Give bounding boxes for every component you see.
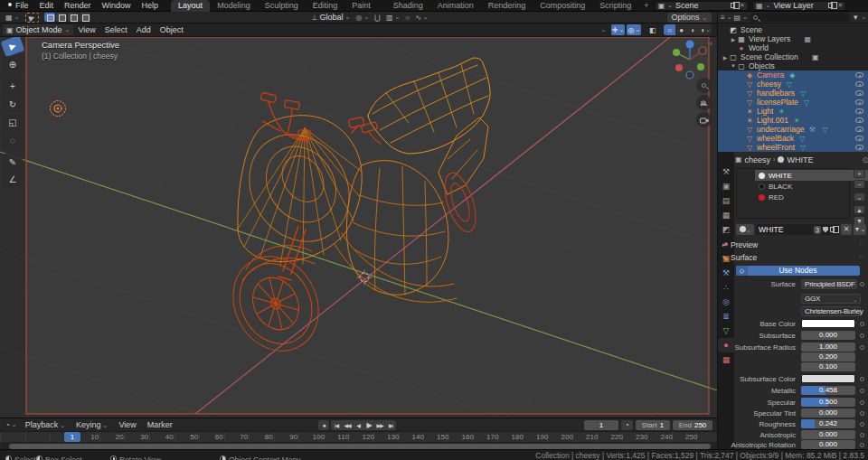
tab-shading[interactable]: Shading xyxy=(386,0,430,12)
outliner-item-label[interactable]: licensePlate xyxy=(757,98,798,107)
outliner-row-light-001[interactable]: ☀Light.001☀ xyxy=(718,116,868,125)
animate-decorator-dot[interactable] xyxy=(860,345,864,350)
preview-arrow-icon[interactable]: ▸ xyxy=(722,241,726,249)
viewport-3d[interactable]: ▣ Object Mode⌄ ViewSelectAddObject ⌄ ✛⌄ … xyxy=(0,23,717,418)
animate-decorator-dot[interactable] xyxy=(860,322,864,326)
surface-arrow-icon[interactable]: ▾ xyxy=(722,254,726,261)
snap-toggle[interactable]: ⋃ xyxy=(372,13,383,23)
close-icon[interactable]: ✕ xyxy=(740,2,745,9)
outliner-row-undercarriage[interactable]: ▽undercarriage⚒▽ xyxy=(718,125,868,134)
panel-surface[interactable]: Surface xyxy=(731,253,757,262)
object-visibility-dropdown[interactable]: ⌄ xyxy=(598,24,609,35)
tab-texture-paint[interactable]: Texture Paint xyxy=(344,0,386,12)
hide-eye-icon[interactable] xyxy=(855,117,863,123)
menu-file[interactable]: File xyxy=(10,0,34,12)
remove-slot-button[interactable]: − xyxy=(854,180,865,189)
viewport-menu-add[interactable]: Add xyxy=(132,25,156,34)
outliner-item-label[interactable]: handlebars xyxy=(757,89,795,98)
animate-decorator-dot[interactable] xyxy=(860,443,864,447)
xray-icon[interactable]: ◧ xyxy=(646,24,658,35)
outliner-item-label[interactable]: Light xyxy=(757,107,773,116)
use-nodes-button[interactable]: ◇ Use Nodes xyxy=(736,266,860,276)
outliner-item-label[interactable]: View Layers xyxy=(749,34,790,43)
viewport-menu-view[interactable]: View xyxy=(73,25,99,34)
new-material-icon[interactable] xyxy=(830,227,835,232)
mode-dropdown[interactable]: ▣ Object Mode⌄ xyxy=(3,24,73,35)
outliner-display-icon[interactable]: ≡ xyxy=(721,14,725,22)
color-swatch-subsurface-color[interactable] xyxy=(801,374,855,383)
tool-rotate-button[interactable]: ↻ xyxy=(3,96,23,112)
viewport-canvas[interactable] xyxy=(0,23,717,418)
shader-dropdown[interactable]: GGX⌄ xyxy=(801,294,861,304)
tool-annotate-button[interactable]: ✎ xyxy=(3,154,23,170)
menu-render[interactable]: Render xyxy=(59,0,97,12)
filter-collection-icon[interactable]: ▤ xyxy=(734,14,741,22)
timeline-menu-keying[interactable]: Keying ⌄ xyxy=(71,419,113,431)
properties-tab-modifiers[interactable]: ⚒ xyxy=(718,266,734,280)
properties-tab-tool[interactable]: ⚒ xyxy=(718,164,734,179)
close-icon[interactable]: ✕ xyxy=(837,2,843,9)
material-slot-red[interactable]: RED xyxy=(755,192,868,202)
breadcrumb-object[interactable]: cheesy xyxy=(745,155,771,164)
timeline-menu-marker[interactable]: Marker xyxy=(142,419,178,431)
slider-roughness[interactable]: 0.242 xyxy=(801,419,855,428)
outliner-row-view layers[interactable]: ▶▦View Layers▦ xyxy=(718,34,868,43)
timeline-menu-playback[interactable]: Playback ⌄ xyxy=(20,419,71,431)
shading-rendered-icon[interactable]: ◑⌄ xyxy=(699,24,712,35)
hide-eye-icon[interactable] xyxy=(855,81,863,87)
outliner-row-camera[interactable]: ◈Camera◈ xyxy=(718,70,868,80)
menu-window[interactable]: Window xyxy=(97,0,137,12)
play-reverse-button[interactable]: ◀ xyxy=(353,420,363,430)
material-slot-white[interactable]: WHITE xyxy=(755,170,868,181)
jump-to-start-button[interactable]: |◀ xyxy=(331,420,342,430)
tool-cursor-button[interactable]: ⊕ xyxy=(3,56,23,72)
vector-field[interactable]: 1.000 xyxy=(801,343,855,352)
animate-decorator-dot[interactable] xyxy=(860,389,864,393)
menu-help[interactable]: Help xyxy=(137,0,165,12)
render-icon[interactable]: ▦ xyxy=(803,35,812,43)
unlink-icon[interactable]: ✕ xyxy=(841,224,852,235)
animate-decorator-dot[interactable] xyxy=(860,333,864,338)
preview-range-clock-icon[interactable]: ◔ xyxy=(621,420,633,430)
pan-hand-icon[interactable] xyxy=(696,95,712,110)
view-layer-selector[interactable]: ▦⌄ View Layer ✕ xyxy=(752,1,846,11)
outliner-item-label[interactable]: cheesy xyxy=(757,80,781,89)
tab-sculpting[interactable]: Sculpting xyxy=(258,0,306,12)
move-slot-up-button[interactable]: ▲ xyxy=(854,205,865,214)
animate-decorator-dot[interactable] xyxy=(860,377,864,381)
axis-gizmo[interactable] xyxy=(669,38,711,80)
falloff-dropdown[interactable]: ∿⌄ xyxy=(412,13,431,23)
zoom-icon[interactable] xyxy=(696,78,712,93)
breadcrumb-material[interactable]: WHITE xyxy=(787,155,813,164)
tool-measure-button[interactable]: ∠ xyxy=(3,171,23,187)
material-slot-list[interactable]: WHITEBLACKRED xyxy=(736,168,850,219)
outliner-item-label[interactable]: Camera xyxy=(757,70,784,80)
editor-type-icon[interactable]: ▦⌄ xyxy=(3,13,22,23)
animate-decorator-dot[interactable] xyxy=(860,400,864,405)
vector-field[interactable]: 0.100 xyxy=(801,362,855,371)
hide-eye-icon[interactable] xyxy=(855,136,863,141)
active-tool-select-box-icon[interactable]: ▶ xyxy=(25,13,38,23)
select-mode-invert[interactable] xyxy=(80,13,90,22)
slider-subsurface[interactable]: 0.000 xyxy=(801,331,855,340)
outliner-row-objects[interactable]: ▼▢Objects xyxy=(718,61,868,70)
tab-rendering[interactable]: Rendering xyxy=(481,0,533,12)
browse-material-icon[interactable]: ⌄ xyxy=(736,224,754,235)
scene-name[interactable]: Scene xyxy=(675,1,728,10)
viewport-menu-object[interactable]: Object xyxy=(156,25,188,34)
timeline-menu-view[interactable]: View xyxy=(113,419,141,431)
tab-scripting[interactable]: Scripting xyxy=(592,0,638,12)
pivot-point-dropdown[interactable]: ◎⌄ xyxy=(353,13,372,23)
properties-tab-output[interactable]: ▤ xyxy=(718,193,734,208)
outliner-row-handlebars[interactable]: ▽handlebars▽ xyxy=(718,89,868,98)
add-workspace-button[interactable]: + xyxy=(638,1,654,10)
outliner-item-label[interactable]: World xyxy=(749,43,769,52)
surface-shader-menu[interactable]: Principled BSDF xyxy=(801,279,857,289)
tab-animation[interactable]: Animation xyxy=(430,0,481,12)
tool-transform-button[interactable]: ◌ xyxy=(3,132,23,148)
outliner-item-label[interactable]: Scene xyxy=(741,25,762,34)
timeline-ruler[interactable]: 1 10203040506070809010011012013014015016… xyxy=(0,431,717,442)
checkbox-icon[interactable]: ▣ xyxy=(811,53,820,61)
hide-eye-icon[interactable] xyxy=(855,127,863,132)
shading-solid-icon[interactable]: ● xyxy=(675,24,687,35)
